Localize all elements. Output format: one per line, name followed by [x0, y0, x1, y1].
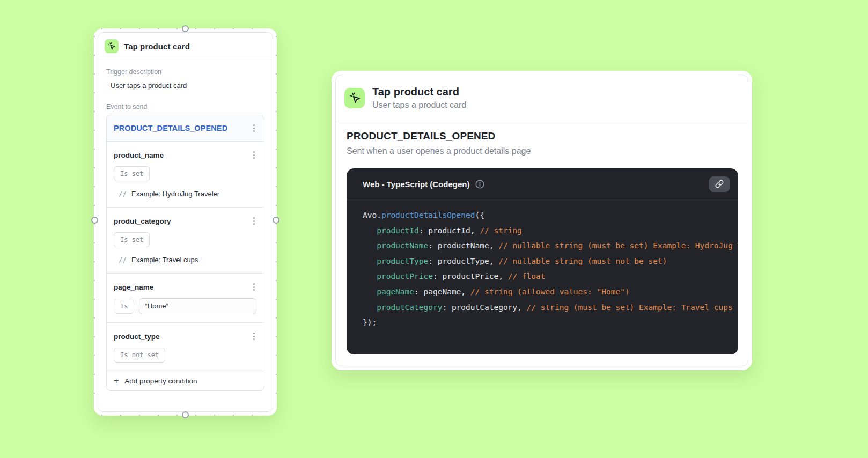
property-name: page_name	[114, 283, 153, 291]
connection-handle-left[interactable]	[91, 217, 98, 224]
kebab-menu-icon[interactable]	[251, 216, 258, 226]
kebab-menu-icon[interactable]	[251, 123, 258, 134]
event-detail-panel: Tap product card User taps a product car…	[332, 71, 752, 370]
detail-card-header: Tap product card User taps a product car…	[336, 75, 748, 121]
detail-subtitle: User taps a product card	[372, 100, 466, 110]
detail-title: Tap product card	[372, 86, 466, 98]
operator-chip[interactable]: Is set	[114, 166, 150, 181]
plus-icon: +	[114, 376, 119, 385]
property-name: product_name	[114, 151, 164, 159]
detail-card-content: PRODUCT_DETAILS_OPENED Sent when a user …	[336, 121, 748, 365]
property-section-page_name: page_nameIs“Home“	[107, 274, 264, 323]
tap-cursor-icon	[105, 39, 119, 53]
trigger-node-title: Tap product card	[124, 42, 190, 51]
event-name-link[interactable]: PRODUCT_DETAILS_OPENED	[114, 124, 227, 132]
property-section-produt_category: produt_categoryIs set//Example: Travel c…	[107, 208, 264, 274]
property-section-product_name: product_nameIs set//Example: HydroJug Tr…	[107, 142, 264, 208]
info-circle-icon[interactable]	[475, 179, 485, 189]
trigger-card-body: Trigger description User taps a product …	[98, 60, 273, 391]
add-property-row[interactable]: + Add property condition	[107, 371, 264, 390]
code-source-label: Web - TypeScript (Codegen)	[363, 180, 469, 189]
trigger-card-header: Tap product card	[98, 33, 273, 60]
operator-chip[interactable]: Is set	[114, 232, 150, 247]
tap-cursor-icon	[344, 88, 365, 108]
code-lines: Avo.productDetailsOpened({ productId: pr…	[347, 200, 738, 354]
event-row[interactable]: PRODUCT_DETAILS_OPENED	[107, 115, 264, 142]
detail-card: Tap product card User taps a product car…	[335, 75, 748, 366]
event-to-send-label: Event to send	[106, 103, 264, 110]
kebab-menu-icon[interactable]	[251, 331, 258, 342]
trigger-node[interactable]: Tap product card Trigger description Use…	[94, 28, 277, 416]
code-block-header: Web - TypeScript (Codegen)	[347, 168, 738, 200]
code-block: Web - TypeScript (Codegen)	[347, 168, 738, 354]
property-name: produt_category	[114, 217, 171, 225]
operator-chip[interactable]: Is	[114, 299, 134, 314]
trigger-card: Tap product card Trigger description Use…	[98, 32, 273, 412]
kebab-menu-icon[interactable]	[251, 150, 258, 160]
property-value-input[interactable]: “Home“	[139, 298, 256, 314]
property-example: //Example: HydroJug Traveler	[119, 190, 258, 198]
add-property-label: Add property condition	[124, 377, 197, 385]
copy-link-button[interactable]	[709, 176, 730, 192]
connection-handle-bottom[interactable]	[182, 411, 189, 418]
property-section-product_type: product_typeIs not set	[107, 323, 264, 371]
operator-chip[interactable]: Is not set	[114, 348, 165, 363]
event-description: Sent when a user openes a product detail…	[347, 146, 737, 156]
event-box: PRODUCT_DETAILS_OPENED product_nameIs se…	[106, 115, 264, 391]
trigger-description-label: Trigger description	[106, 68, 264, 76]
connection-handle-right[interactable]	[273, 217, 279, 224]
trigger-description-value: User taps a product card	[111, 82, 264, 90]
property-example: //Example: Travel cups	[119, 256, 258, 264]
property-name: product_type	[114, 333, 160, 341]
kebab-menu-icon[interactable]	[251, 282, 258, 292]
flow-canvas: { "colors": { "canvas_background": "#cbf…	[0, 0, 868, 458]
connection-handle-top[interactable]	[182, 25, 189, 32]
event-heading: PRODUCT_DETAILS_OPENED	[347, 130, 737, 142]
